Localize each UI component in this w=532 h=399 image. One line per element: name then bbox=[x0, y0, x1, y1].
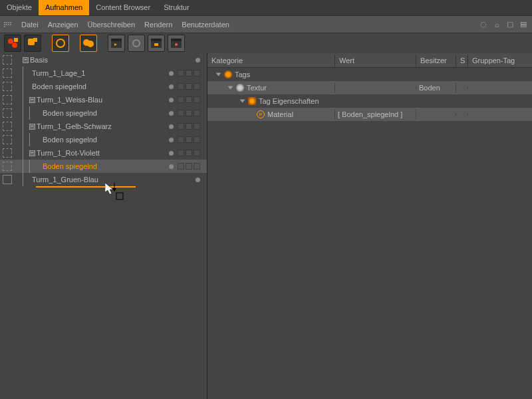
tab-aufnahmen[interactable]: Aufnahmen bbox=[39, 0, 89, 15]
prop-row-textur[interactable]: Textur Boden bbox=[207, 81, 532, 94]
collapse-toggle[interactable]: − bbox=[23, 57, 29, 63]
clapper-1-icon[interactable] bbox=[108, 35, 125, 52]
tree-label: Turm_1_Lage_1 bbox=[32, 69, 169, 77]
clapper-2-icon[interactable] bbox=[148, 35, 165, 52]
tab-struktur[interactable]: Struktur bbox=[157, 0, 196, 15]
ring-icon[interactable] bbox=[52, 35, 69, 52]
col-s[interactable]: S bbox=[456, 55, 468, 66]
tree-row[interactable]: Boden spiegelnd bbox=[0, 80, 207, 93]
tab-content-browser[interactable]: Content Browser bbox=[89, 0, 157, 15]
tree-row-basis[interactable]: − Basis bbox=[0, 53, 207, 66]
tree-row[interactable]: Boden spiegelnd bbox=[0, 133, 207, 146]
drag-grip-icon[interactable] bbox=[4, 22, 12, 27]
property-header: Kategorie Wert Besitzer S Gruppen-Tag bbox=[207, 53, 532, 68]
take-add-orange-icon[interactable] bbox=[24, 35, 41, 52]
visibility-icon[interactable] bbox=[3, 95, 12, 104]
menu-anzeigen[interactable]: Anzeigen bbox=[48, 21, 78, 29]
collapse-toggle[interactable]: − bbox=[29, 124, 35, 130]
dot-icon bbox=[169, 111, 174, 116]
dot-icon bbox=[169, 71, 174, 76]
search-icon[interactable]: ⌕ bbox=[492, 20, 501, 29]
dot-icon bbox=[169, 124, 174, 129]
visibility-icon[interactable] bbox=[3, 82, 12, 91]
tree-label: Basis bbox=[30, 56, 196, 64]
collapse-toggle[interactable]: − bbox=[29, 150, 35, 156]
visibility-icon[interactable] bbox=[3, 68, 12, 78]
tree-row[interactable]: − Turm_1_Gelb-Schwarz bbox=[0, 120, 207, 133]
dot-icon bbox=[169, 98, 174, 102]
tree-label: Boden spiegelnd bbox=[43, 162, 169, 170]
gear-1-icon[interactable] bbox=[128, 35, 145, 52]
tree-label: Turm_1_Weiss-Blau bbox=[37, 96, 169, 104]
prop-value[interactable]: [ Boden_spiegelnd ] bbox=[335, 109, 416, 120]
property-panel: Kategorie Wert Besitzer S Gruppen-Tag Ta… bbox=[207, 53, 532, 399]
svg-rect-8 bbox=[111, 39, 122, 41]
take-tree: − Basis Turm_1_Lage_1 Boden spiegelnd − … bbox=[0, 53, 207, 399]
prop-label: Material bbox=[267, 110, 293, 118]
svg-rect-14 bbox=[154, 43, 158, 46]
svg-rect-15 bbox=[171, 39, 182, 41]
tree-row[interactable]: − Turm_1_Rot-Violett bbox=[0, 146, 207, 160]
tree-row[interactable]: Turm_1_Lage_1 bbox=[0, 66, 207, 80]
collapse-toggle[interactable]: − bbox=[29, 97, 35, 103]
blobs-icon[interactable] bbox=[80, 35, 97, 52]
svg-marker-20 bbox=[112, 188, 116, 192]
tree-row-selected[interactable]: Boden spiegelnd bbox=[0, 160, 207, 173]
visibility-icon[interactable] bbox=[3, 135, 12, 144]
svg-point-5 bbox=[57, 39, 65, 47]
svg-rect-21 bbox=[116, 193, 123, 200]
visibility-icon[interactable] bbox=[3, 148, 12, 158]
col-besitzer[interactable]: Besitzer bbox=[416, 55, 456, 66]
tree-row[interactable]: Boden spiegelnd bbox=[0, 106, 207, 120]
menu-ueberschreiben[interactable]: Überschreiben bbox=[88, 21, 136, 29]
svg-point-11 bbox=[133, 40, 140, 47]
tree-label: Turm_1_Gruen-Blau bbox=[32, 176, 196, 184]
sphere-icon bbox=[236, 84, 244, 92]
tags-icon bbox=[224, 70, 232, 78]
take-add-red-icon[interactable] bbox=[4, 35, 21, 52]
dot-icon bbox=[169, 164, 174, 169]
visibility-icon[interactable] bbox=[3, 175, 12, 184]
prop-label: Textur bbox=[247, 84, 267, 92]
tree-label: Boden spiegelnd bbox=[43, 109, 169, 117]
svg-point-1 bbox=[12, 43, 17, 48]
layout-icon[interactable]: ▤ bbox=[519, 20, 528, 29]
tree-row[interactable]: − Turm_1_Weiss-Blau bbox=[0, 93, 207, 106]
menu-rendern[interactable]: Rendern bbox=[144, 21, 172, 29]
material-slot-icon: P bbox=[257, 110, 265, 118]
panel-icon[interactable]: ▢ bbox=[505, 20, 515, 29]
prop-label: Tag Eigenschaften bbox=[259, 97, 319, 105]
visibility-icon[interactable] bbox=[3, 162, 12, 171]
svg-rect-4 bbox=[33, 38, 37, 42]
prop-label: Tags bbox=[235, 70, 250, 78]
visibility-icon[interactable] bbox=[3, 55, 12, 65]
toolbar bbox=[0, 33, 532, 53]
svg-rect-2 bbox=[14, 38, 18, 42]
top-tabs: Objekte Aufnahmen Content Browser Strukt… bbox=[0, 0, 532, 16]
svg-point-7 bbox=[87, 41, 94, 47]
prop-row-tags[interactable]: Tags bbox=[207, 68, 532, 81]
menu-bar: Datei Anzeigen Überschreiben Rendern Ben… bbox=[0, 16, 532, 33]
clapper-3-icon[interactable] bbox=[168, 35, 185, 52]
tree-label: Boden spiegelnd bbox=[32, 82, 169, 90]
chevron-down-icon[interactable] bbox=[216, 73, 221, 76]
chevron-down-icon[interactable] bbox=[240, 100, 245, 103]
prop-row-tag-eigenschaften[interactable]: Tag Eigenschaften bbox=[207, 94, 532, 108]
dot-icon bbox=[196, 58, 200, 63]
tree-label: Turm_1_Rot-Violett bbox=[37, 149, 169, 157]
col-gruppen-tag[interactable]: Gruppen-Tag bbox=[468, 55, 532, 66]
svg-point-0 bbox=[8, 39, 13, 44]
tab-objekte[interactable]: Objekte bbox=[0, 0, 39, 15]
col-kategorie[interactable]: Kategorie bbox=[207, 55, 335, 66]
dot-icon bbox=[169, 84, 174, 89]
chevron-down-icon[interactable] bbox=[228, 86, 233, 90]
eye-icon[interactable]: ◌ bbox=[479, 20, 488, 29]
menu-datei[interactable]: Datei bbox=[21, 21, 39, 29]
tree-row-dragging[interactable]: Turm_1_Gruen-Blau bbox=[0, 173, 207, 186]
visibility-icon[interactable] bbox=[3, 122, 12, 131]
col-wert[interactable]: Wert bbox=[335, 55, 416, 66]
dot-icon bbox=[196, 178, 200, 182]
prop-row-material[interactable]: PMaterial [ Boden_spiegelnd ] bbox=[207, 108, 532, 121]
menu-benutzerdaten[interactable]: Benutzerdaten bbox=[182, 21, 229, 29]
visibility-icon[interactable] bbox=[3, 108, 12, 118]
